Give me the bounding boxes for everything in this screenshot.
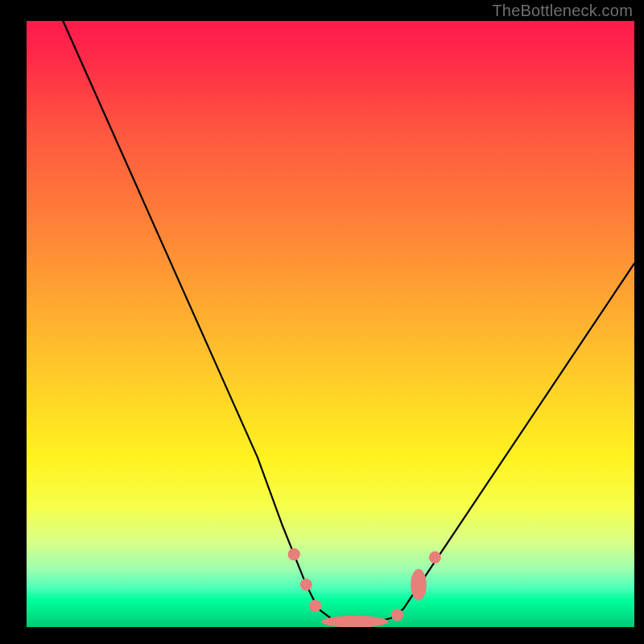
watermark-text: TheBottleneck.com xyxy=(492,2,633,20)
gradient-background xyxy=(27,21,634,627)
marker-dot xyxy=(391,609,403,621)
marker-dot xyxy=(429,551,441,564)
chart-frame: TheBottleneck.com xyxy=(0,0,644,644)
marker-pill xyxy=(411,569,427,601)
marker-dot xyxy=(309,600,321,612)
plot-svg xyxy=(27,21,634,627)
marker-dot xyxy=(300,579,312,591)
marker-dot xyxy=(288,548,300,560)
plot-area xyxy=(27,21,634,627)
